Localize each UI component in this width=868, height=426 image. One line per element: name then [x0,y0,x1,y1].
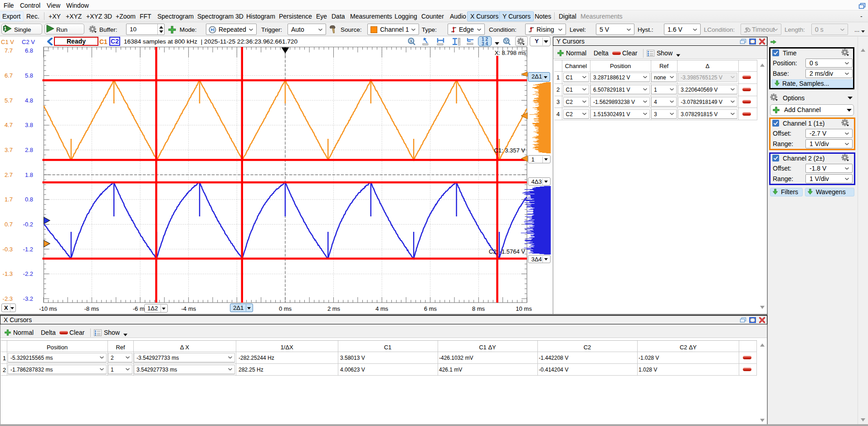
svg-text:-1.2: -1.2 [23,246,33,253]
svg-text:7.7: 7.7 [5,47,13,54]
svg-text:X: 8.798 ms: X: 8.798 ms [495,49,527,56]
svg-text:C2: -1.5764 V: C2: -1.5764 V [489,248,526,255]
svg-text:-0.3: -0.3 [3,246,13,253]
svg-text:5.8: 5.8 [25,72,33,79]
svg-text:2.8: 2.8 [25,147,33,153]
svg-text:-2.2: -2.2 [23,270,33,277]
svg-text:1: 1 [410,39,412,43]
svg-text:2.7: 2.7 [5,171,13,178]
svg-text:C1: 3.357 V: C1: 3.357 V [494,147,525,154]
svg-text:3.7: 3.7 [5,147,13,153]
svg-text:1.8: 1.8 [25,171,33,178]
svg-text:6.8: 6.8 [25,47,33,54]
svg-text:-1.3: -1.3 [3,270,13,277]
svg-text:4.8: 4.8 [25,97,33,104]
svg-text:5.7: 5.7 [5,97,13,104]
svg-text:0.8: 0.8 [25,196,33,203]
svg-text:6.7: 6.7 [5,72,13,79]
svg-text:-2.3: -2.3 [3,295,13,302]
svg-text:-3.2: -3.2 [23,295,33,302]
svg-text:1.7: 1.7 [5,196,13,203]
svg-text:0.7: 0.7 [5,221,13,228]
svg-text:-0.2: -0.2 [23,221,33,228]
svg-text:4.7: 4.7 [5,122,13,128]
svg-text:3.8: 3.8 [25,122,33,128]
